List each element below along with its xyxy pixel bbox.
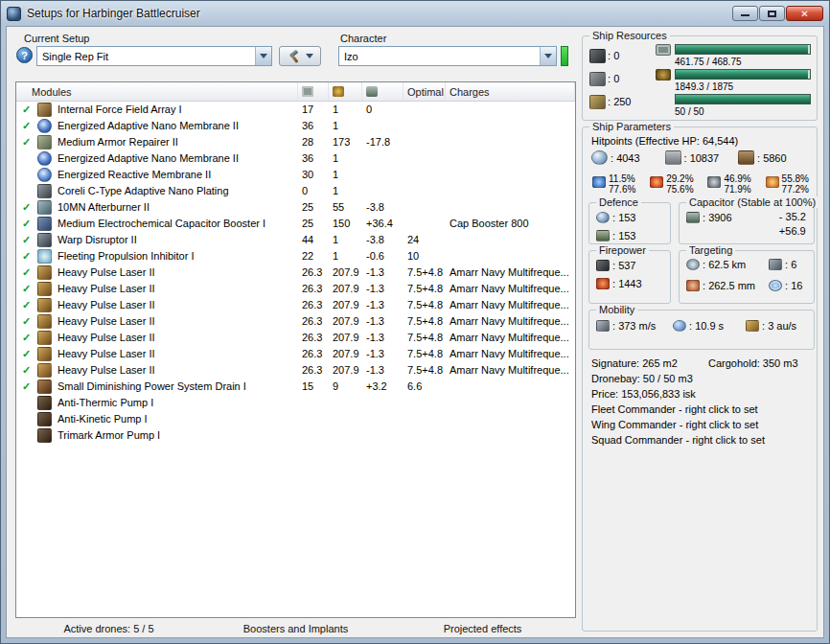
module-row[interactable]: Medium Armor Repairer II28173-17.8 [16, 134, 575, 150]
module-optimal: 7.5+4.8 [403, 362, 446, 379]
module-active-check-icon[interactable] [20, 134, 33, 150]
fleet-commander-setting[interactable]: Fleet Commander - right click to set [591, 402, 811, 417]
module-active-check-icon[interactable] [20, 379, 33, 395]
chevron-down-icon [260, 54, 267, 58]
module-active-check-icon[interactable] [20, 232, 33, 248]
module-active-check-icon[interactable] [20, 102, 33, 118]
module-cap-use [362, 118, 403, 134]
module-row[interactable]: Heavy Pulse Laser II26.3207.9-1.37.5+4.8… [16, 297, 575, 313]
armor-rig-icon [37, 396, 52, 410]
module-active-check-icon[interactable] [20, 199, 33, 216]
defence-panel: Defence 153 153 [588, 202, 671, 244]
module-charges: Amarr Navy Multifreque... [446, 346, 575, 362]
module-active-check-icon[interactable] [20, 313, 33, 330]
module-cpu: 26.3 [298, 313, 329, 330]
module-cpu [298, 411, 329, 427]
module-cap-use: -1.3 [362, 362, 403, 379]
capacitor-title: Capacitor (Stable at 100%) [686, 196, 818, 208]
module-row[interactable]: Warp Disruptor II441-3.824 [16, 232, 575, 248]
module-cap-use [362, 395, 403, 411]
titlebar[interactable]: Setups for Harbinger Battlecruiser ✕ [1, 1, 829, 26]
column-powergrid[interactable] [329, 82, 362, 101]
modules-table-header[interactable]: Modules Optimal Charges [16, 82, 575, 102]
module-name: Trimark Armor Pump I [58, 427, 160, 444]
module-row[interactable]: Heavy Pulse Laser II26.3207.9-1.37.5+4.8… [16, 330, 575, 346]
module-name: Heavy Pulse Laser II [58, 297, 155, 313]
right-panel: Ship Resources 0 0 250 461.75 / 468.75 1… [582, 27, 821, 635]
scan-resolution-value: 262.5 mm [703, 280, 755, 291]
module-optimal [403, 118, 446, 134]
module-active-check-icon[interactable] [20, 248, 33, 264]
character-combo[interactable]: Izo [338, 46, 557, 66]
module-row[interactable]: Energized Adaptive Nano Membrane II361 [16, 118, 575, 134]
module-row[interactable]: Small Diminishing Power System Drain I15… [16, 379, 575, 395]
character-label: Character [340, 33, 386, 44]
module-row[interactable]: Coreli C-Type Adaptive Nano Plating01 [16, 183, 575, 199]
tools-menu-button[interactable] [279, 46, 321, 66]
module-row[interactable]: Heavy Pulse Laser II26.3207.9-1.37.5+4.8… [16, 346, 575, 362]
module-active-check-icon[interactable] [20, 297, 33, 313]
turret-hardpoints-icon [589, 49, 606, 63]
max-targets-icon [769, 259, 782, 270]
module-row[interactable]: Energized Reactive Membrane II301 [16, 167, 575, 183]
module-row[interactable]: Heavy Pulse Laser II26.3207.9-1.37.5+4.8… [16, 313, 575, 330]
module-row[interactable]: Heavy Pulse Laser II26.3207.9-1.37.5+4.8… [16, 362, 575, 379]
column-charges[interactable]: Charges [446, 82, 575, 101]
close-button[interactable]: ✕ [786, 6, 823, 21]
sensor-strength-value: 16 [785, 280, 802, 291]
module-row[interactable]: 10MN Afterburner II2555-3.8 [16, 199, 575, 216]
minimize-button[interactable] [732, 6, 758, 21]
module-active-check-icon[interactable] [20, 362, 33, 379]
module-optimal: 7.5+4.8 [403, 264, 446, 281]
module-active-check-icon[interactable] [20, 264, 33, 281]
dronebay-value: Dronebay: 50 / 50 m3 [591, 371, 811, 386]
powergrid-bar-value: 1849.3 / 1875 [675, 80, 811, 93]
module-powergrid [329, 427, 362, 444]
module-row[interactable]: Heavy Pulse Laser II26.3207.9-1.37.5+4.8… [16, 264, 575, 281]
module-name: Heavy Pulse Laser II [58, 281, 155, 297]
tab-projected-effects[interactable]: Projected effects [389, 621, 576, 638]
module-active-check-icon[interactable] [20, 330, 33, 346]
capacitor-panel: Capacitor (Stable at 100%) 3906 - 35.2 +… [679, 202, 815, 244]
module-cpu [298, 395, 329, 411]
module-row[interactable]: Energized Adaptive Nano Membrane II361 [16, 150, 575, 167]
module-cpu: 36 [298, 118, 329, 134]
tab-active-drones[interactable]: Active drones: 5 / 5 [15, 621, 202, 638]
module-row[interactable]: Heavy Pulse Laser II26.3207.9-1.37.5+4.8… [16, 281, 575, 297]
module-charges: Amarr Navy Multifreque... [446, 297, 575, 313]
column-capacitor[interactable] [362, 82, 403, 101]
setup-combo-dropdown-button[interactable] [255, 47, 271, 65]
column-cpu[interactable] [298, 82, 329, 101]
mobility-title: Mobility [596, 304, 637, 315]
module-active-check-icon[interactable] [20, 216, 33, 232]
character-combo-dropdown-button[interactable] [540, 47, 556, 65]
module-row[interactable]: Medium Electrochemical Capacitor Booster… [16, 216, 575, 232]
module-active-check-icon[interactable] [20, 281, 33, 297]
wing-commander-setting[interactable]: Wing Commander - right click to set [591, 417, 811, 432]
help-button[interactable]: ? [16, 47, 33, 63]
module-optimal [403, 183, 446, 199]
eft-window: Setups for Harbinger Battlecruiser ✕ Cur… [0, 0, 830, 644]
setup-combo[interactable]: Single Rep Fit [36, 46, 272, 66]
module-powergrid: 55 [329, 199, 362, 216]
thermal-resist-icon [650, 176, 663, 188]
module-row[interactable]: Fleeting Propulsion Inhibitor I221-0.610 [16, 248, 575, 264]
capacitor-icon [686, 212, 700, 223]
module-row[interactable]: Internal Force Field Array I1710 [16, 102, 575, 118]
column-modules[interactable]: Modules [16, 82, 298, 101]
module-row[interactable]: Trimark Armor Pump I [16, 427, 575, 444]
tab-boosters-implants[interactable]: Boosters and Implants [202, 621, 389, 638]
column-optimal[interactable]: Optimal [403, 82, 446, 101]
squad-commander-setting[interactable]: Squad Commander - right click to set [591, 432, 811, 448]
maximize-button[interactable] [759, 6, 785, 21]
module-cap-use: +36.4 [362, 216, 403, 232]
warp-speed-value: 3 au/s [762, 320, 796, 332]
module-row[interactable]: Anti-Thermic Pump I [16, 395, 575, 411]
armor-hp-value: 10837 [684, 152, 720, 164]
module-cpu: 26.3 [298, 264, 329, 281]
module-active-check-icon[interactable] [20, 118, 33, 134]
module-row[interactable]: Anti-Kinetic Pump I [16, 411, 575, 427]
explosive-shield-resist: 55.8% [782, 173, 809, 184]
module-optimal [403, 150, 446, 167]
module-active-check-icon[interactable] [20, 346, 33, 362]
